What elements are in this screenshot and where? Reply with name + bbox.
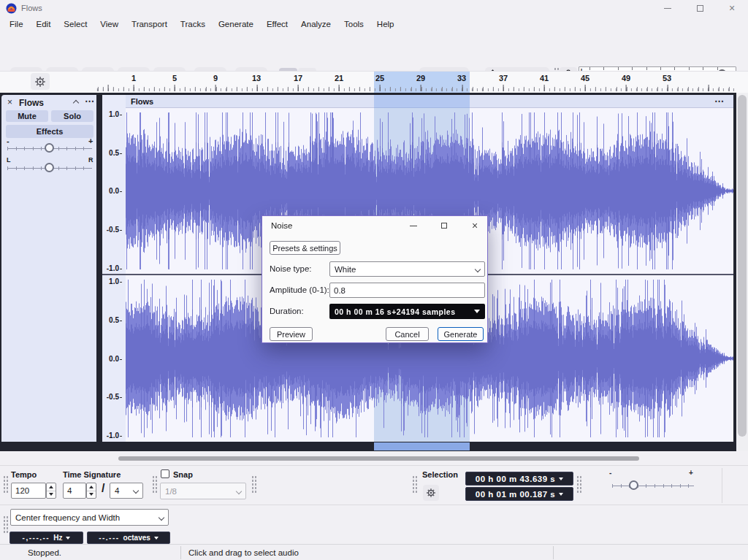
time-display-grip[interactable] <box>251 475 256 493</box>
ruler-label: 45 <box>577 74 593 83</box>
timesig-lower-select[interactable]: 4 <box>110 483 143 499</box>
clip-name: Flows <box>131 97 153 106</box>
tempo-input[interactable] <box>11 483 46 499</box>
maximize-button[interactable] <box>684 0 716 16</box>
menu-file[interactable]: File <box>3 18 30 31</box>
window-titlebar: Flows × <box>0 0 748 16</box>
mute-button[interactable]: Mute <box>6 110 48 122</box>
scale-label: -0.5 <box>102 393 122 401</box>
dropdown-arrow-icon <box>154 537 159 540</box>
spectral-octaves-display[interactable]: --.---octaves <box>87 532 170 544</box>
pan-slider-knob[interactable] <box>45 163 54 172</box>
close-button[interactable]: × <box>716 0 748 16</box>
menu-tools[interactable]: Tools <box>337 18 370 31</box>
menu-edit[interactable]: Edit <box>30 18 58 31</box>
dropdown-arrow-icon <box>66 537 70 540</box>
selection-options-button[interactable] <box>423 485 439 501</box>
menu-transport[interactable]: Transport <box>125 18 174 31</box>
snap-checkbox[interactable] <box>161 469 169 478</box>
selection-start-display[interactable]: 00 h 00 m 43.639 s <box>465 472 573 486</box>
dialog-close-button[interactable]: × <box>465 216 485 235</box>
tempo-spinner[interactable] <box>46 483 56 499</box>
selection-toolbar-grip[interactable] <box>412 475 417 493</box>
play-speed-knob[interactable] <box>629 480 638 490</box>
dialog-maximize-button[interactable] <box>434 216 454 235</box>
menu-effect[interactable]: Effect <box>260 18 294 31</box>
clip-menu-button[interactable]: ⋯ <box>714 96 725 107</box>
menu-tracks[interactable]: Tracks <box>174 18 212 31</box>
ruler-label: 1 <box>126 74 142 83</box>
effects-button[interactable]: Effects <box>6 125 94 138</box>
ruler-label: 37 <box>495 74 511 83</box>
scale-label: -1.0 <box>102 431 122 440</box>
ruler-label: 29 <box>413 74 429 83</box>
noise-type-label: Noise type: <box>270 264 312 273</box>
pan-right-label: R <box>88 156 94 164</box>
timeline-ruler[interactable]: 1 5 9 13 17 21 25 29 33 37 41 45 49 53 <box>0 71 748 93</box>
timesig-spinner[interactable] <box>86 483 96 499</box>
ruler-label: 41 <box>536 74 552 83</box>
gain-slider-knob[interactable] <box>45 143 54 153</box>
solo-button[interactable]: Solo <box>51 110 94 122</box>
timesig-label: Time Signature <box>63 470 121 479</box>
horizontal-scrollbar[interactable] <box>0 451 748 465</box>
selection-label: Selection <box>422 470 458 479</box>
selection-end-display[interactable]: 00 h 01 m 00.187 s <box>465 487 573 501</box>
spectral-mode-select[interactable]: Center frequency and Width <box>10 509 169 526</box>
chevron-down-icon <box>159 514 164 520</box>
spectral-hz-display[interactable]: -,---.--Hz <box>9 532 83 544</box>
ruler-label: 5 <box>167 74 183 83</box>
cancel-button[interactable]: Cancel <box>386 327 429 341</box>
track-collapse-button[interactable] <box>73 100 79 106</box>
horizontal-scrollbar-thumb[interactable] <box>118 456 639 461</box>
minimize-button[interactable] <box>652 0 684 16</box>
play-speed-grip[interactable] <box>576 475 581 493</box>
ruler-label: 13 <box>248 74 264 83</box>
vertical-scrollbar[interactable] <box>736 93 748 451</box>
noise-type-select[interactable]: White <box>329 261 485 277</box>
timesig-upper-input[interactable] <box>63 483 86 499</box>
presets-settings-button[interactable]: Presets & settings <box>270 241 340 255</box>
spectral-grip[interactable] <box>3 515 8 533</box>
scale-label: 0.0 <box>102 187 122 195</box>
duration-display[interactable]: 00 h 00 m 16 s+24194 samples <box>329 304 485 319</box>
generate-button[interactable]: Generate <box>438 327 484 341</box>
menu-help[interactable]: Help <box>370 18 401 31</box>
scale-label: -1.0 <box>102 264 122 272</box>
window-title: Flows <box>21 4 42 12</box>
preview-button[interactable]: Preview <box>270 327 313 341</box>
menu-view[interactable]: View <box>94 18 125 31</box>
toolbar: I ↶ ↷ Audio Setup Share Audio Get E <box>0 32 748 71</box>
status-state: Stopped. <box>28 548 61 557</box>
menu-analyze[interactable]: Analyze <box>294 18 337 31</box>
vertical-scale-ruler[interactable]: 1.0 0.5 0.0 -0.5 -1.0 1.0 0.5 0.0 -0.5 -… <box>102 95 126 442</box>
track-name[interactable]: Flows <box>19 98 44 108</box>
track-close-button[interactable]: × <box>7 97 12 107</box>
gain-max-label: + <box>88 137 93 145</box>
play-speed-slider[interactable] <box>612 484 694 488</box>
ruler-label: 17 <box>290 74 306 83</box>
track-control-panel: × Flows ⋯ Mute Solo Effects - + L R <box>1 95 96 442</box>
track-menu-button[interactable]: ⋯ <box>85 96 95 107</box>
maximize-icon <box>441 223 447 229</box>
ruler-label: 21 <box>331 74 347 83</box>
clip-title-bar[interactable]: Flows ⋯ <box>126 95 733 108</box>
time-toolbar-grip[interactable] <box>3 475 8 493</box>
amplitude-input[interactable] <box>329 283 485 298</box>
ruler-label: 25 <box>372 74 388 83</box>
spectral-toolbar: Center frequency and Width -,---.--Hz --… <box>0 505 748 544</box>
pan-left-label: L <box>7 156 11 164</box>
snap-mode-select[interactable]: 1/8 <box>160 483 246 499</box>
dialog-minimize-button[interactable] <box>403 216 424 235</box>
ruler-label: 49 <box>618 74 634 83</box>
dropdown-arrow-icon <box>559 493 563 496</box>
menu-generate[interactable]: Generate <box>212 18 260 31</box>
timesig-divider: / <box>102 482 104 495</box>
ruler-label: 33 <box>454 74 470 83</box>
scale-label: 1.0 <box>102 110 122 118</box>
speed-max-label: + <box>689 469 693 477</box>
menu-select[interactable]: Select <box>57 18 94 31</box>
vertical-scrollbar-thumb[interactable] <box>738 95 747 437</box>
timeline-options-button[interactable] <box>31 73 50 90</box>
snap-toolbar-grip[interactable] <box>152 475 157 493</box>
